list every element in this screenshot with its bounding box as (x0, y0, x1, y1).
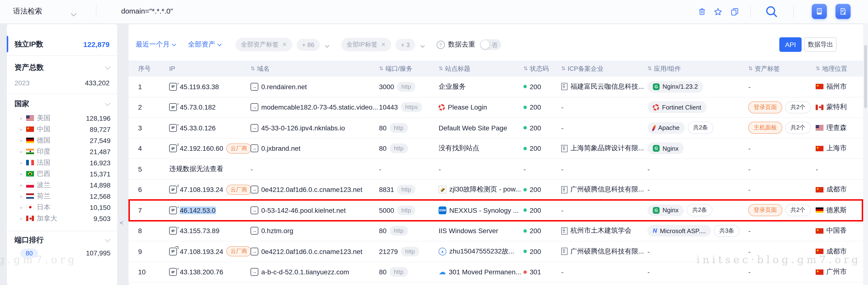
domain-text[interactable]: 0e4212.0af1d6.0.c.cname123.net (261, 186, 362, 194)
icp-company[interactable]: 福建富民云咖信息科技... (570, 83, 644, 91)
port-number[interactable]: 8831 (379, 186, 394, 194)
title-cell[interactable]: 企业服务 (439, 83, 523, 91)
asset-tag-pill[interactable]: 登录页面 (748, 204, 782, 216)
port-cell[interactable]: 80 http (379, 144, 439, 153)
ip-cell[interactable]: IP 43.138.200.76 (169, 268, 251, 276)
country-item[interactable]: ▸ 美国 128,196 (20, 113, 111, 124)
ip-cell[interactable]: 违规数据无法查看 (169, 165, 251, 173)
table-row[interactable]: 4 IP 42.192.160.60 云厂商 → 0.jxbrand.net 8… (128, 138, 863, 159)
domain-text[interactable]: 45-33-0-126.ipv4.nknlabs.io (261, 124, 345, 132)
country-item[interactable]: ▸ 法国 16,923 (20, 157, 111, 168)
app-cell[interactable]: GNginx 共2条 (648, 204, 748, 216)
asset-report-button[interactable] (836, 4, 850, 19)
port-cell[interactable]: 10443 https (379, 102, 439, 112)
goto-domain-icon[interactable]: → (251, 103, 258, 111)
geo-cell[interactable]: 广州市 (816, 268, 863, 277)
port-cell[interactable]: 80 http (379, 123, 439, 133)
tag-cell[interactable]: - (748, 248, 816, 255)
title-cell[interactable]: IIS Windows Server (439, 227, 523, 235)
search-mode-selector[interactable]: 语法检索 (13, 7, 42, 16)
geo-cell[interactable]: - (816, 165, 863, 173)
expand-icon[interactable]: ▸ (20, 116, 26, 121)
asset-tag-count-pill[interactable]: 共2个 (785, 101, 811, 114)
icp-cell[interactable]: 广州硕腾信息科技有限... (561, 185, 648, 194)
sort-icon[interactable]: ⇅ (561, 65, 565, 72)
port-number[interactable]: 21279 (379, 248, 398, 255)
vertical-scrollbar[interactable] (863, 23, 868, 285)
expand-icon[interactable]: ▸ (20, 194, 26, 198)
copy-ip-icon[interactable]: IP (169, 207, 177, 214)
column-header-status[interactable]: ⇅ 状态码 (523, 64, 561, 73)
country-section-header[interactable]: 国家 (14, 99, 110, 108)
app-cell[interactable]: Fortinet Client (648, 101, 748, 113)
site-title[interactable]: Please Login (448, 103, 487, 111)
goto-domain-icon[interactable]: → (251, 227, 258, 235)
copy-ip-icon[interactable]: IP (169, 186, 177, 194)
ip-address[interactable]: 45.73.0.182 (180, 103, 216, 111)
ip-cell[interactable]: IP 43.155.73.89 (169, 227, 251, 235)
sort-icon[interactable]: ⇅ (648, 65, 652, 72)
tag-cell[interactable]: - (748, 165, 816, 173)
port-number[interactable]: 3000 (379, 83, 394, 91)
sidebar-collapse-handle[interactable]: < (120, 219, 123, 226)
tag-cell[interactable]: 主机面板 共2个 (748, 122, 816, 134)
title-cell[interactable]: Please Login (439, 103, 523, 111)
domain-text[interactable]: modemcable182.0-73-45.static.video... (261, 103, 378, 111)
icp-cell[interactable]: - (561, 165, 648, 173)
chevron-down-icon[interactable] (421, 40, 424, 49)
chevron-down-icon[interactable] (105, 236, 111, 242)
asset-tag-chip[interactable]: 全部资产标签✕ (236, 38, 292, 52)
title-cell[interactable]: 没有找到站点 (439, 144, 523, 153)
table-row[interactable]: 5 违规数据无法查看 - - - - - - - - (128, 159, 863, 180)
delete-icon[interactable] (697, 7, 707, 17)
icp-cell[interactable]: 福建富民云咖信息科技... (561, 83, 648, 91)
table-row[interactable]: 9 IP 47.108.193.24 云厂商 → 0e4212.0af1d6.0… (128, 242, 863, 262)
icp-cell[interactable]: - (561, 207, 648, 214)
app-count-pill[interactable]: 共2条 (688, 122, 713, 134)
port-cell[interactable]: 80 http (379, 226, 439, 236)
country-item[interactable]: ▸ 加拿大 9,503 (20, 213, 111, 224)
expand-icon[interactable]: ▸ (20, 127, 26, 132)
app-count-pill[interactable]: 共3条 (714, 225, 739, 237)
app-cell[interactable]: GNginx (648, 143, 748, 154)
geo-cell[interactable]: 福州市 (816, 83, 863, 91)
icp-cell[interactable]: 广州硕腾信息科技有限... (561, 247, 648, 256)
port-section-header[interactable]: 端口排行 (14, 235, 110, 245)
domain-cell[interactable]: → 0.jxbrand.net (251, 145, 379, 152)
port-number[interactable]: 80 (379, 124, 386, 132)
country-item[interactable]: ▸ 荷兰 12,568 (20, 190, 111, 202)
sort-icon[interactable]: ⇅ (379, 65, 383, 72)
icp-company[interactable]: 上海简象品牌设计有限... (570, 144, 644, 153)
expand-icon[interactable]: ▸ (20, 205, 26, 210)
title-cell[interactable]: zjl30故障检测页 - pow... (439, 185, 523, 194)
ip-cell[interactable]: IP 47.108.193.24 云厂商 (169, 247, 251, 257)
tag-cell[interactable]: - (748, 268, 816, 276)
chevron-down-icon[interactable] (105, 100, 111, 106)
goto-domain-icon[interactable]: → (251, 83, 258, 91)
icp-cell[interactable]: - (561, 268, 648, 276)
tag-cell[interactable]: - (748, 145, 816, 152)
copy-ip-icon[interactable]: IP (169, 103, 177, 111)
app-cell[interactable]: NMicrosoft ASP.... 共3条 (648, 225, 748, 237)
site-title[interactable]: Default Web Site Page (439, 124, 507, 132)
site-title[interactable]: NEXXUS - Synology ... (449, 207, 519, 214)
asset-tag-pill[interactable]: 登录页面 (748, 101, 782, 114)
domain-cell[interactable]: → 0.rendairen.net (251, 83, 379, 91)
domain-cell[interactable]: → 0e4212.0af1d6.0.c.cname123.net (251, 186, 379, 194)
icp-cell[interactable]: - (561, 103, 648, 111)
geo-cell[interactable]: 理查森 (816, 124, 863, 132)
domain-cell[interactable]: → modemcable182.0-73-45.static.video... (251, 103, 379, 111)
geo-city[interactable]: 蒙特利 (826, 103, 847, 112)
goto-domain-icon[interactable]: → (251, 186, 258, 194)
expand-icon[interactable]: ▸ (20, 149, 26, 154)
table-row[interactable]: 10 IP 43.138.200.76 → a-b-c-d-52.0.1.tia… (128, 262, 863, 283)
domain-text[interactable]: 0e4212.0af1d6.0.c.cname123.net (261, 248, 362, 255)
site-title[interactable]: zjl30故障检测页 - pow... (449, 185, 521, 194)
ip-address[interactable]: 47.108.193.24 (180, 186, 223, 194)
copy-ip-icon[interactable]: IP (169, 268, 177, 276)
app-component-pill[interactable]: NMicrosoft ASP.... (648, 225, 711, 237)
ip-address[interactable]: 46.142.53.0 (180, 207, 216, 214)
column-header-port[interactable]: ⇅ 端口/服务 (379, 64, 439, 73)
ip-address[interactable]: 43.155.73.89 (180, 227, 220, 235)
ip-cell[interactable]: IP 42.192.160.60 云厂商 (169, 144, 251, 154)
